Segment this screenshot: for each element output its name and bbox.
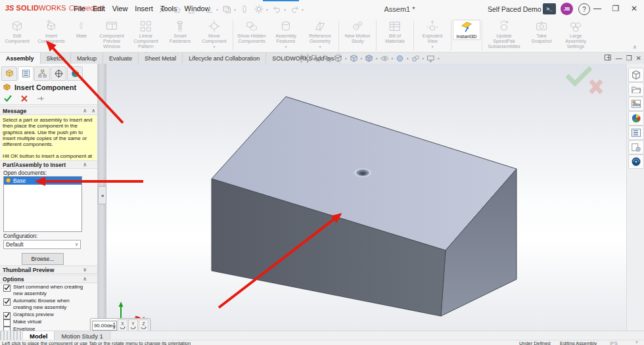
workspace-selector[interactable]: Self Paced Demo▼ (488, 5, 550, 13)
open-documents-list[interactable]: Base (3, 176, 82, 232)
zoom-to-fit-icon[interactable] (299, 53, 310, 63)
message-section-header[interactable]: Message ∧ ∧ (0, 106, 97, 115)
chevron-down-icon[interactable]: ▾ (438, 57, 440, 60)
chevron-down-icon[interactable]: ▾ (432, 45, 434, 49)
minimize-window-button[interactable]: — (591, 4, 603, 13)
tab-splitter-grip[interactable] (0, 331, 23, 340)
configuration-select[interactable]: Default ∨ (3, 240, 81, 249)
new-document-icon[interactable] (184, 3, 198, 16)
new-motion-study-button[interactable]: New Motion Study (340, 20, 375, 44)
pane-icon[interactable] (604, 54, 612, 62)
settings-gear-icon[interactable] (252, 3, 266, 16)
display-style-icon[interactable] (363, 53, 375, 63)
chevron-down-icon[interactable]: ▾ (319, 45, 321, 49)
options-section-header[interactable]: Options ∧ (0, 275, 97, 283)
thumbnail-section-header[interactable]: Thumbnail Preview ∨ (0, 265, 97, 274)
ok-button[interactable] (4, 95, 12, 102)
confirm-ok-icon[interactable] (567, 68, 591, 83)
help-button[interactable]: ? (578, 3, 590, 15)
close-window-button[interactable]: ✕ (628, 4, 640, 13)
move-component-button[interactable]: Move Component▾ (197, 20, 231, 49)
collapse-section-icon[interactable]: ∧ (83, 108, 87, 114)
tab-model[interactable]: Model (23, 331, 55, 340)
apply-scene-icon[interactable] (410, 53, 421, 63)
save-icon[interactable] (219, 3, 234, 16)
part-section-header[interactable]: Part/Assembly to Insert ∧ (0, 160, 97, 169)
console-button[interactable]: >_ (543, 3, 556, 14)
tab-sketch[interactable]: Sketch (41, 53, 72, 64)
exploded-view-button[interactable]: Exploded View▾ (415, 20, 449, 49)
chevron-down-icon[interactable]: ▾ (407, 57, 409, 60)
device-icon[interactable] (237, 3, 252, 16)
chevron-down-icon[interactable]: ▾ (284, 7, 286, 12)
spinner-arrows[interactable]: ▲▼ (113, 321, 116, 329)
confirmation-corner[interactable] (562, 64, 608, 100)
chevron-down-icon[interactable]: ▾ (198, 7, 200, 12)
featuremanager-tab-icon[interactable] (1, 66, 17, 81)
rotate-x-button[interactable]: X (118, 319, 127, 331)
collapse-ribbon-icon[interactable]: ∧ (633, 44, 639, 343)
checkbox-checked[interactable] (3, 285, 11, 292)
edit-component-button[interactable]: Edit Component (0, 20, 34, 44)
chevron-down-icon[interactable]: ▾ (285, 45, 287, 49)
undo-icon[interactable] (269, 3, 284, 16)
browse-button[interactable]: Browse... (22, 253, 64, 265)
chevron-down-icon[interactable]: ▾ (361, 57, 363, 60)
home-icon[interactable] (170, 3, 184, 16)
model-box[interactable] (106, 64, 626, 331)
section-view-icon[interactable] (333, 53, 344, 63)
linear-component-pattern-button[interactable]: Linear Component Pattern▾ (129, 20, 163, 55)
document-row-base[interactable]: Base (4, 177, 81, 185)
view-orientation-icon[interactable] (348, 53, 359, 63)
mate-button[interactable]: Mate (68, 20, 95, 39)
smart-fasteners-button[interactable]: Smart Fasteners (163, 20, 197, 44)
chevron-down-icon[interactable]: ▾ (302, 7, 304, 12)
component-preview-window-button[interactable]: Component Preview Window (95, 20, 129, 50)
redo-icon[interactable] (287, 3, 302, 16)
chevron-down-icon[interactable]: ▾ (216, 7, 218, 12)
reference-geometry-button[interactable]: Reference Geometry▾ (303, 20, 337, 49)
configurationmanager-tab-icon[interactable] (34, 66, 50, 81)
confirm-cancel-icon[interactable] (591, 81, 601, 93)
dimxpertmanager-tab-icon[interactable] (51, 66, 66, 81)
assembly-features-button[interactable]: Assembly Features▾ (269, 20, 303, 49)
tab-evaluate[interactable]: Evaluate (103, 53, 139, 64)
hide-show-items-icon[interactable] (379, 53, 390, 63)
zoom-to-area-icon[interactable] (310, 53, 321, 63)
minimize-icon[interactable]: — (616, 55, 622, 62)
chevron-down-icon[interactable]: ▾ (423, 57, 425, 60)
menu-file[interactable]: File (74, 5, 85, 12)
tab-lifecycle-and-collaboration[interactable]: Lifecycle and Collaboration (183, 53, 266, 64)
bill-of-materials-button[interactable]: Bill of Materials (378, 20, 412, 44)
option-start-command-when-creating-new-assembly[interactable]: Start command when creating new assembly (3, 284, 90, 297)
pushpin-button[interactable] (37, 95, 45, 102)
chevron-down-icon[interactable]: ▾ (376, 57, 378, 60)
import-icon[interactable] (202, 3, 216, 16)
show-hidden-components-button[interactable]: Show Hidden Components (235, 20, 269, 44)
countersunk-hole[interactable] (354, 168, 371, 177)
view-settings-icon[interactable] (425, 53, 436, 63)
chevron-down-icon[interactable]: ▾ (392, 57, 394, 60)
graphics-area[interactable]: x 90.00deg ▲▼ XYZ (106, 64, 626, 331)
chevron-down-icon[interactable]: ▾ (234, 7, 236, 12)
tab-motion-study-1[interactable]: Motion Study 1 (55, 331, 110, 340)
panel-flyout-button[interactable]: ◂ (98, 186, 106, 204)
chevron-down-icon[interactable]: ▾ (51, 45, 53, 49)
take-snapshot-button[interactable]: Take Snapshot (524, 20, 559, 44)
checkbox-checked[interactable] (3, 298, 11, 306)
propertymanager-tab-icon[interactable] (18, 66, 34, 81)
chevron-down-icon[interactable]: ▾ (266, 7, 268, 12)
rotation-angle-input[interactable]: 90.00deg ▲▼ (92, 321, 117, 331)
update-speedpak-subassemblies-button[interactable]: Update SpeedPak Subassemblies (484, 20, 524, 50)
rotate-y-button[interactable]: Y (128, 319, 138, 331)
instant3d-button[interactable]: Instant3D (453, 20, 480, 40)
insert-components-button[interactable]: Insert Components▾ (34, 20, 68, 49)
menu-pin-icon[interactable] (159, 4, 166, 16)
restore-icon[interactable]: ❐ (626, 55, 632, 62)
cancel-button[interactable] (21, 95, 28, 102)
option-envelope[interactable]: Envelope (3, 326, 90, 331)
status-units[interactable]: IPS (610, 340, 618, 345)
collapse-section-icon[interactable]: ∧ (83, 162, 87, 168)
tab-sheet-metal[interactable]: Sheet Metal (139, 53, 183, 64)
option-automatic-browse-when-creating-new-assembly[interactable]: Automatic Browse when creating new assem… (3, 298, 90, 311)
